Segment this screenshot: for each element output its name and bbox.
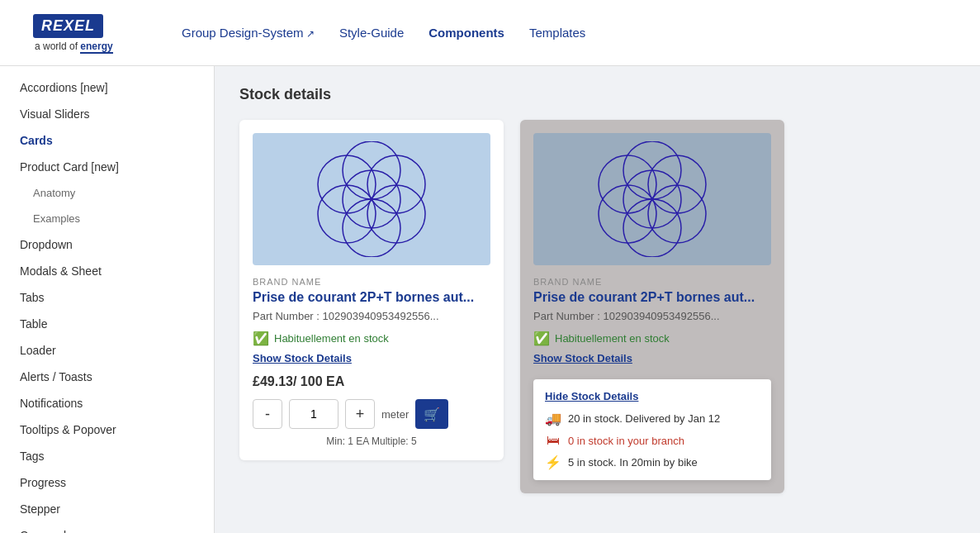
section-title: Stock details (239, 86, 955, 103)
main-content: Stock details (215, 66, 980, 533)
product-image-1 (253, 133, 490, 265)
show-stock-link-2[interactable]: Show Stock Details (533, 352, 632, 364)
sidebar-item-visual-sliders[interactable]: Visual Sliders (0, 101, 214, 127)
price-1: £49.13/ 100 EA (253, 374, 490, 389)
sidebar-item-carousel[interactable]: Carousel (0, 522, 214, 533)
stock-popup: Hide Stock Details 🚚 20 in stock. Delive… (533, 379, 771, 480)
product-card-2: BRAND NAME Prise de courant 2P+T bornes … (520, 120, 784, 493)
logo-area: REXEL a world of energy (33, 14, 149, 52)
layout: Accordions [new] Visual Sliders Cards Pr… (0, 66, 980, 533)
logo-tagline: a world of energy (33, 40, 113, 52)
show-stock-link-1[interactable]: Show Stock Details (253, 352, 352, 364)
product-title-2: Prise de courant 2P+T bornes aut... (533, 290, 771, 305)
qty-row-1: - + meter 🛒 (253, 399, 490, 429)
sidebar-item-accordions[interactable]: Accordions [new] (0, 74, 214, 101)
sidebar-item-stepper[interactable]: Stepper (0, 496, 214, 522)
sidebar-item-notifications[interactable]: Notifications (0, 390, 214, 416)
logo: REXEL (33, 14, 103, 38)
min-qty-1: Min: 1 EA Multiple: 5 (253, 435, 490, 447)
bike-icon: ⚡ (545, 454, 561, 470)
stock-row-bike: ⚡ 5 in stock. In 20min by bike (545, 454, 760, 470)
cards-row: BRAND NAME Prise de courant 2P+T bornes … (239, 120, 955, 493)
check-icon-2: ✅ (533, 331, 550, 346)
brand-name-2: BRAND NAME (533, 277, 771, 287)
sidebar-item-tabs[interactable]: Tabs (0, 284, 214, 311)
sidebar-item-examples[interactable]: Examples (0, 206, 214, 231)
qty-input-1[interactable] (289, 399, 339, 429)
nav-components[interactable]: Components (428, 26, 504, 40)
qty-decrease-1[interactable]: - (253, 399, 282, 429)
sidebar-item-progress[interactable]: Progress (0, 469, 214, 496)
brand-name-1: BRAND NAME (253, 277, 490, 287)
hide-stock-link[interactable]: Hide Stock Details (545, 390, 638, 402)
product-title-1: Prise de courant 2P+T bornes aut... (253, 290, 490, 305)
cart-button-1[interactable]: 🛒 (415, 399, 448, 429)
sidebar-item-tags[interactable]: Tags (0, 443, 214, 469)
part-number-2: Part Number : 102903940953492556... (533, 310, 771, 322)
sidebar-item-loader[interactable]: Loader (0, 337, 214, 364)
sidebar-item-dropdown[interactable]: Dropdown (0, 231, 214, 258)
sidebar-item-cards[interactable]: Cards (0, 127, 214, 154)
part-number-1: Part Number : 102903940953492556... (253, 310, 490, 322)
sidebar-item-alerts[interactable]: Alerts / Toasts (0, 364, 214, 390)
product-image-2 (533, 133, 771, 265)
stock-row-delivery: 🚚 20 in stock. Delivered by Jan 12 (545, 411, 760, 426)
branch-icon: 🛏 (545, 433, 561, 448)
stock-status-1: ✅ Habituellement en stock (253, 331, 490, 346)
header: REXEL a world of energy Group Design-Sys… (0, 0, 980, 66)
sidebar-item-tooltips[interactable]: Tooltips & Popover (0, 416, 214, 443)
nav-group-design-system[interactable]: Group Design-System (182, 26, 315, 40)
delivery-text: 20 in stock. Delivered by Jan 12 (568, 412, 720, 425)
branch-text: 0 in stock in your branch (568, 435, 684, 447)
stock-label-1: Habituellement en stock (274, 332, 389, 345)
delivery-icon: 🚚 (545, 411, 561, 426)
product-card-1: BRAND NAME Prise de courant 2P+T bornes … (239, 120, 504, 460)
sidebar-item-table[interactable]: Table (0, 311, 214, 337)
nav-templates[interactable]: Templates (529, 26, 585, 40)
nav-style-guide[interactable]: Style-Guide (339, 26, 404, 40)
sidebar-item-modals[interactable]: Modals & Sheet (0, 258, 214, 284)
stock-row-branch: 🛏 0 in stock in your branch (545, 433, 760, 448)
logo-tagline-highlight: energy (80, 40, 112, 54)
stock-label-2: Habituellement en stock (555, 332, 670, 345)
stock-status-2: ✅ Habituellement en stock (533, 331, 771, 346)
sidebar: Accordions [new] Visual Sliders Cards Pr… (0, 66, 215, 533)
main-nav: Group Design-System Style-Guide Componen… (182, 26, 585, 40)
bike-text: 5 in stock. In 20min by bike (568, 456, 698, 469)
check-icon-1: ✅ (253, 331, 269, 346)
sidebar-item-anatomy[interactable]: Anatomy (0, 180, 214, 206)
unit-label-1: meter (381, 408, 409, 421)
sidebar-item-product-card[interactable]: Product Card [new] (0, 154, 214, 180)
qty-increase-1[interactable]: + (345, 399, 375, 429)
